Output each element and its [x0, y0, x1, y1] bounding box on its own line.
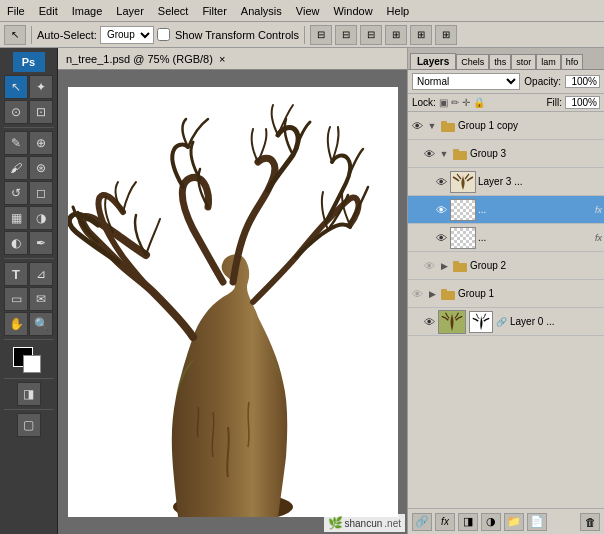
tool-row-screen: ▢ — [17, 413, 41, 437]
lock-all-icon[interactable]: 🔒 — [473, 97, 485, 108]
panel-tabs: Layers Chels ths stor lam hfo — [408, 48, 604, 70]
menu-bar: File Edit Image Layer Select Filter Anal… — [0, 0, 604, 22]
blend-mode-select[interactable]: Normal Multiply Screen Overlay — [412, 73, 520, 90]
layer-item-layer-fx2[interactable]: 👁 ... fx — [408, 224, 604, 252]
tab-channels[interactable]: Chels — [456, 54, 489, 69]
tab-layers[interactable]: Layers — [410, 53, 456, 69]
clone-stamp-tool[interactable]: ⊛ — [29, 156, 53, 180]
visibility-eye-group1[interactable]: 👁 — [410, 287, 424, 301]
tab-actions[interactable]: lam — [536, 54, 561, 69]
ps-logo: Ps — [13, 52, 45, 72]
svg-rect-2 — [441, 121, 447, 125]
layer-item-group2[interactable]: 👁 ▶ Group 2 — [408, 252, 604, 280]
fill-input[interactable] — [565, 96, 600, 109]
tool-row-4: 🖌 ⊛ — [4, 156, 53, 180]
background-color[interactable] — [23, 355, 41, 373]
dodge-tool[interactable]: ◐ — [4, 231, 28, 255]
fill-adjustment-button[interactable]: ◑ — [481, 513, 501, 531]
layer-item-group3[interactable]: 👁 ▼ Group 3 — [408, 140, 604, 168]
toolbar-sep-1 — [31, 26, 32, 44]
blur-tool[interactable]: ◑ — [29, 206, 53, 230]
new-layer-button[interactable]: 📄 — [527, 513, 547, 531]
menu-file[interactable]: File — [0, 3, 32, 19]
tool-row-9: ▭ ✉ — [4, 287, 53, 311]
align-middle-icon[interactable]: ⊞ — [410, 25, 432, 45]
tool-row-6: ▦ ◑ — [4, 206, 53, 230]
menu-analysis[interactable]: Analysis — [234, 3, 289, 19]
opacity-input[interactable] — [565, 75, 600, 88]
eyedropper-tool[interactable]: ✎ — [4, 131, 28, 155]
tab-paths[interactable]: ths — [489, 54, 511, 69]
menu-select[interactable]: Select — [151, 3, 196, 19]
tab-info[interactable]: hfo — [561, 54, 584, 69]
history-brush-tool[interactable]: ↺ — [4, 181, 28, 205]
tab-history[interactable]: stor — [511, 54, 536, 69]
screen-mode[interactable]: ▢ — [17, 413, 41, 437]
menu-window[interactable]: Window — [326, 3, 379, 19]
link-layers-button[interactable]: 🔗 — [412, 513, 432, 531]
expand-arrow-group1[interactable]: ▶ — [426, 288, 438, 300]
menu-help[interactable]: Help — [380, 3, 417, 19]
canvas-tab[interactable]: n_tree_1.psd @ 75% (RGB/8) × — [58, 48, 407, 70]
layer-name-fx2: ... — [478, 232, 591, 243]
move-tool-icon[interactable]: ↖ — [4, 25, 26, 45]
crop-tool[interactable]: ⊡ — [29, 100, 53, 124]
tree-image — [68, 87, 398, 517]
menu-image[interactable]: Image — [65, 3, 110, 19]
pen-tool[interactable]: ✒ — [29, 231, 53, 255]
visibility-eye-layer-fx2[interactable]: 👁 — [434, 231, 448, 245]
menu-layer[interactable]: Layer — [109, 3, 151, 19]
expand-arrow-group3[interactable]: ▼ — [438, 148, 450, 160]
visibility-eye-selected1[interactable]: 👁 — [434, 203, 448, 217]
layer-item-layer0[interactable]: 👁 — [408, 308, 604, 336]
visibility-eye-group1copy[interactable]: 👁 — [410, 119, 424, 133]
notes-tool[interactable]: ✉ — [29, 287, 53, 311]
lock-position-icon[interactable]: ✛ — [462, 97, 470, 108]
lock-transparent-icon[interactable]: ▣ — [439, 97, 448, 108]
align-right-icon[interactable]: ⊟ — [360, 25, 382, 45]
layer-name-layer0: Layer 0 ... — [510, 316, 602, 327]
text-tool[interactable]: T — [4, 262, 28, 286]
tool-sep-4 — [4, 378, 54, 379]
layer-item-selected1[interactable]: 👁 ... fx — [408, 196, 604, 224]
align-top-icon[interactable]: ⊞ — [385, 25, 407, 45]
show-transform-checkbox[interactable] — [157, 28, 170, 41]
expand-arrow-group1copy[interactable]: ▼ — [426, 120, 438, 132]
align-center-icon[interactable]: ⊟ — [335, 25, 357, 45]
lock-pixels-icon[interactable]: ✏ — [451, 97, 459, 108]
visibility-eye-group3[interactable]: 👁 — [422, 147, 436, 161]
delete-layer-button[interactable]: 🗑 — [580, 513, 600, 531]
menu-edit[interactable]: Edit — [32, 3, 65, 19]
new-group-button[interactable]: 📁 — [504, 513, 524, 531]
align-left-icon[interactable]: ⊟ — [310, 25, 332, 45]
spot-healing-tool[interactable]: ⊕ — [29, 131, 53, 155]
color-swatches[interactable] — [11, 345, 47, 375]
menu-filter[interactable]: Filter — [195, 3, 233, 19]
shape-tool[interactable]: ▭ — [4, 287, 28, 311]
visibility-eye-layer3[interactable]: 👁 — [434, 175, 448, 189]
lasso-tool[interactable]: ⊙ — [4, 100, 28, 124]
hand-tool[interactable]: ✋ — [4, 312, 28, 336]
menu-view[interactable]: View — [289, 3, 327, 19]
brush-tool[interactable]: 🖌 — [4, 156, 28, 180]
gradient-tool[interactable]: ▦ — [4, 206, 28, 230]
tool-row-3: ✎ ⊕ — [4, 131, 53, 155]
add-mask-button[interactable]: ◨ — [458, 513, 478, 531]
quick-mask-mode[interactable]: ◨ — [17, 382, 41, 406]
magic-wand-tool[interactable]: ✦ — [29, 75, 53, 99]
layer-item-layer3[interactable]: 👁 Layer 3 ... — [408, 168, 604, 196]
visibility-eye-group2[interactable]: 👁 — [422, 259, 436, 273]
layer-effects-button[interactable]: fx — [435, 513, 455, 531]
zoom-tool[interactable]: 🔍 — [29, 312, 53, 336]
auto-select-dropdown[interactable]: Group Layer — [100, 26, 154, 44]
lock-row: Lock: ▣ ✏ ✛ 🔒 Fill: — [408, 94, 604, 112]
visibility-eye-layer0[interactable]: 👁 — [422, 315, 436, 329]
layer-item-group1copy[interactable]: 👁 ▼ Group 1 copy — [408, 112, 604, 140]
layer-item-group1[interactable]: 👁 ▶ Group 1 — [408, 280, 604, 308]
select-tool[interactable]: ↖ — [4, 75, 28, 99]
expand-arrow-group2[interactable]: ▶ — [438, 260, 450, 272]
path-select-tool[interactable]: ⊿ — [29, 262, 53, 286]
align-bottom-icon[interactable]: ⊞ — [435, 25, 457, 45]
canvas-close-icon[interactable]: × — [219, 53, 225, 65]
eraser-tool[interactable]: ◻ — [29, 181, 53, 205]
